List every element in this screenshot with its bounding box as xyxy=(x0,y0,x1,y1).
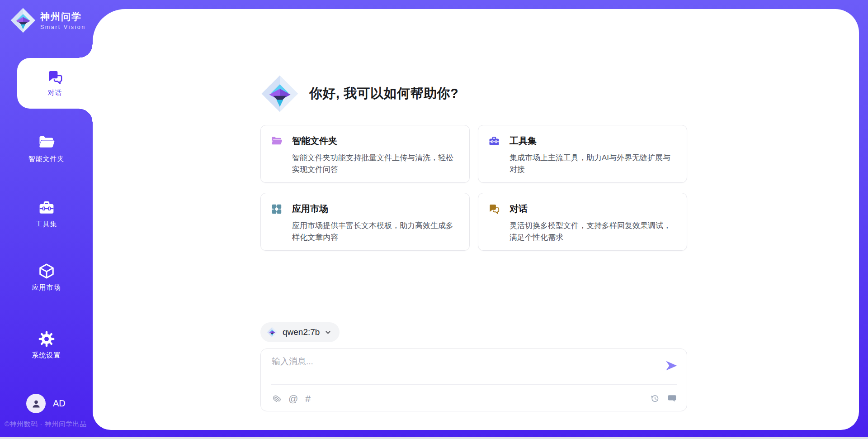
diamond-logo-icon xyxy=(10,7,36,33)
user-account[interactable]: AD xyxy=(26,394,66,413)
card-chat[interactable]: 对话 灵活切换多模型文件，支持多样回复效果调试，满足个性化需求 xyxy=(478,193,687,251)
sidebar-item-label: 工具集 xyxy=(36,220,57,229)
hash-icon[interactable]: # xyxy=(305,394,311,403)
avatar xyxy=(26,394,46,413)
composer-right-tools xyxy=(650,394,677,403)
card-title: 智能文件夹 xyxy=(292,134,459,149)
sidebar-item-label: 对话 xyxy=(48,89,62,97)
card-title: 应用市场 xyxy=(292,202,459,217)
sidebar-item-label: 智能文件夹 xyxy=(28,155,65,163)
sidebar-item-app-market[interactable]: 应用市场 xyxy=(0,262,93,292)
card-app-market[interactable]: 应用市场 应用市场提供丰富长文本模板，助力高效生成多样化文章内容 xyxy=(260,193,470,251)
diamond-logo-icon xyxy=(267,327,278,338)
composer-divider xyxy=(271,384,677,385)
greeting: 你好, 我可以如何帮助你? xyxy=(260,74,458,113)
brand-name: 神州问学 xyxy=(40,10,86,23)
feature-cards: 智能文件夹 智能文件夹功能支持批量文件上传与清洗，轻松实现文件问答 工具集 集成… xyxy=(260,125,687,251)
sidebar-item-settings[interactable]: 系统设置 xyxy=(0,330,93,360)
card-description: 智能文件夹功能支持批量文件上传与清洗，轻松实现文件问答 xyxy=(292,152,459,176)
card-description: 集成市场上主流工具，助力AI与外界无缝扩展与对接 xyxy=(509,152,677,176)
brand: 神州问学 Smart Vision xyxy=(10,7,86,33)
send-button[interactable] xyxy=(664,359,679,373)
card-title: 工具集 xyxy=(509,134,677,149)
model-selector[interactable]: qwen2:7b xyxy=(260,322,340,342)
cube-icon xyxy=(38,262,55,280)
chat-icon xyxy=(488,202,509,217)
toolbox-icon xyxy=(38,199,55,216)
user-initials: AD xyxy=(53,398,66,409)
folder-icon xyxy=(271,134,292,149)
chevron-down-icon xyxy=(325,329,331,336)
attachment-icon[interactable] xyxy=(272,394,281,403)
card-toolset[interactable]: 工具集 集成市场上主流工具，助力AI与外界无缝扩展与对接 xyxy=(478,125,687,183)
gear-icon xyxy=(38,330,55,348)
sidebar-item-label: 系统设置 xyxy=(32,351,61,360)
message-composer: @ # xyxy=(260,348,687,411)
mention-icon[interactable]: @ xyxy=(288,394,298,403)
bottom-edge-strip xyxy=(0,437,868,439)
diamond-logo-icon xyxy=(260,74,299,113)
card-description: 应用市场提供丰富长文本模板，助力高效生成多样化文章内容 xyxy=(292,220,459,244)
app-root: { "brand": { "name": "神州问学", "subtitle":… xyxy=(0,0,868,439)
sidebar: 神州问学 Smart Vision 对话 智能文件夹 工具集 应用市场 系统设置… xyxy=(0,0,93,439)
toolbox-icon xyxy=(488,134,509,149)
copyright-footer: ©神州数码 · 神州问学出品 xyxy=(5,420,93,429)
card-title: 对话 xyxy=(509,202,677,217)
active-item-top-fillet xyxy=(79,44,93,58)
greeting-title: 你好, 我可以如何帮助你? xyxy=(309,85,458,103)
card-smart-folder[interactable]: 智能文件夹 智能文件夹功能支持批量文件上传与清洗，轻松实现文件问答 xyxy=(260,125,470,183)
user-avatar-icon xyxy=(30,398,42,410)
sidebar-item-label: 应用市场 xyxy=(32,283,61,292)
composer-left-tools: @ # xyxy=(272,394,311,403)
sidebar-item-chat[interactable]: 对话 xyxy=(17,58,93,109)
sidebar-item-smart-folder[interactable]: 智能文件夹 xyxy=(0,134,93,163)
chat-icon xyxy=(47,69,63,86)
model-name: qwen2:7b xyxy=(283,327,320,337)
chat-bubble-icon[interactable] xyxy=(667,394,677,403)
folder-icon xyxy=(38,134,55,151)
active-item-bottom-fillet xyxy=(79,109,93,122)
history-icon[interactable] xyxy=(650,394,660,403)
brand-subtitle: Smart Vision xyxy=(40,24,86,30)
grid-icon xyxy=(271,202,292,217)
card-description: 灵活切换多模型文件，支持多样回复效果调试，满足个性化需求 xyxy=(509,220,677,244)
send-icon xyxy=(665,359,678,372)
composer-toolbar: @ # xyxy=(272,390,677,407)
message-input[interactable] xyxy=(272,356,656,381)
sidebar-item-toolset[interactable]: 工具集 xyxy=(0,199,93,229)
